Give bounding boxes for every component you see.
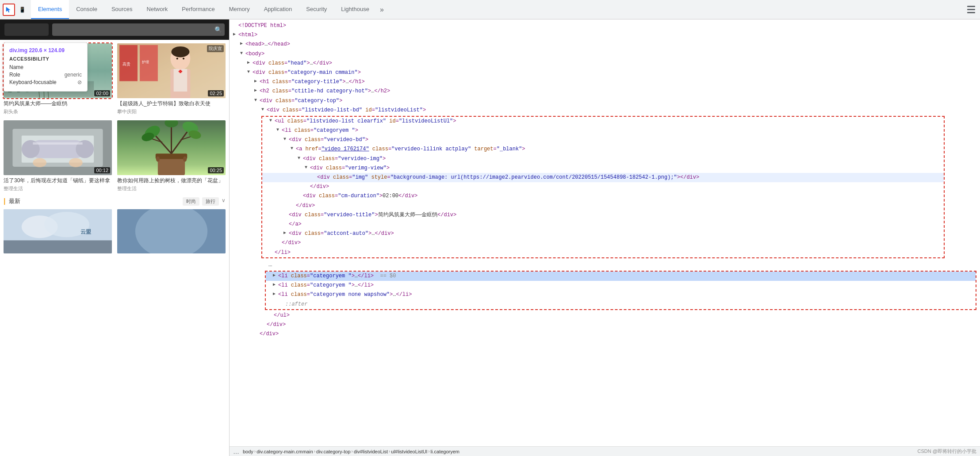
devtools-settings-button[interactable] [965, 4, 977, 16]
tri-verimg-view[interactable] [305, 164, 309, 171]
tri-listvideo-bd[interactable] [261, 106, 266, 113]
tab-memory[interactable]: Memory [222, 0, 257, 19]
html-line-li-wapshow[interactable]: <li class = "categoryem none wapshow" > … [266, 290, 976, 299]
elements-content: <!DOCTYPE html> <html> <head> … </head> … [230, 19, 980, 446]
html-line-html[interactable]: <html> [230, 31, 980, 40]
html-tag: <html> [238, 31, 257, 39]
html-line-close-li[interactable]: </li> [262, 248, 944, 257]
tri-category-top[interactable] [254, 97, 259, 104]
tri-category-main[interactable] [247, 69, 252, 76]
html-line-close-verimg[interactable]: </div> [262, 182, 944, 192]
svg-point-37 [69, 158, 83, 167]
html-line-vervideo-title[interactable]: <div class = "vervideo-title" > 简约风筑巢大师—… [262, 211, 944, 220]
video-thumbnail-2[interactable]: 高贵 护理 院庆宣 02:25 [117, 43, 226, 98]
tri-h1[interactable] [254, 78, 259, 85]
tab-network[interactable]: Network [140, 0, 175, 19]
svg-rect-2 [967, 12, 975, 13]
tab-application[interactable]: Application [257, 0, 299, 19]
html-line-li[interactable]: <li class = "categoryem " > [262, 126, 944, 135]
main-content: 🔍 div.img 220.6 × 124.09 ACCESSIBILITY N… [0, 19, 980, 456]
html-line-close-div-2[interactable]: </div> [230, 330, 980, 339]
tri-h2[interactable] [254, 87, 259, 94]
badge-travel[interactable]: 旅行 [202, 197, 219, 206]
head-close-tag: </head> [268, 40, 290, 49]
tri-div-head[interactable] [247, 59, 252, 66]
html-line-close-div-1[interactable]: </div> [230, 320, 980, 330]
badge-arrow[interactable]: ∨ [222, 197, 226, 206]
video-thumbnail-4[interactable]: 00:25 [117, 120, 226, 175]
crumb-div-listvideolist[interactable]: div#listvideoList [354, 449, 388, 454]
video-thumbnail-3[interactable]: 00:12 [4, 120, 112, 175]
video-card-4[interactable]: 00:25 教你如何用路上捡的树枝，做漂亮的「花盆」 整理生活 [117, 120, 226, 192]
svg-point-23 [183, 57, 184, 59]
html-line-vervideo-img[interactable]: <div class = "vervideo-img" > [262, 154, 944, 164]
video-thumbnail-5[interactable]: 云盟 [4, 209, 112, 253]
badge-fashion[interactable]: 时尚 [183, 197, 199, 206]
tab-performance[interactable]: Performance [175, 0, 222, 19]
html-line-h2[interactable]: <h2 class = "ctitle-hd category-hot" > …… [230, 87, 980, 96]
video-card-5[interactable]: 云盟 [4, 209, 112, 253]
html-line-head[interactable]: <head> … </head> [230, 40, 980, 49]
html-line-category-main[interactable]: <div class = "category-main cmmain" > [230, 68, 980, 77]
tri-html[interactable] [233, 31, 237, 38]
html-line-verimg-view[interactable]: <div class = "verimg-view" > [262, 164, 944, 173]
tri-a[interactable] [291, 145, 295, 152]
html-line-close-a[interactable]: </a> [262, 220, 944, 229]
crumb-div-top[interactable]: div.category-top [316, 449, 350, 454]
browser-url-bar[interactable]: 🔍 [52, 23, 225, 36]
tab-overflow-button[interactable]: » [376, 0, 387, 19]
a-href-value[interactable]: "video_1762174" [322, 145, 369, 153]
tri-doctype [233, 22, 237, 29]
html-line-li-2[interactable]: <li class = "categoryem " > … </li> [266, 281, 976, 290]
mobile-device-button[interactable]: 📱 [16, 4, 28, 16]
body-tag: <body> [245, 50, 264, 58]
html-line-h1[interactable]: <h1 class = "category-title" > … </h1> [230, 77, 980, 87]
tri-vervideo-bd[interactable] [283, 136, 288, 143]
tab-console[interactable]: Console [69, 0, 104, 19]
video-card-6[interactable] [117, 209, 226, 253]
video-thumbnail-6[interactable] [117, 209, 226, 253]
html-line-div-head[interactable]: <div class = "head" > … </div> [230, 59, 980, 68]
tab-lighthouse[interactable]: Lighthouse [334, 0, 376, 19]
html-line-listvideo-bd[interactable]: <div class = "listvideo-list-bd" id = "l… [230, 106, 980, 115]
tri-ul[interactable] [269, 117, 274, 124]
browser-panel: 🔍 div.img 220.6 × 124.09 ACCESSIBILITY N… [0, 19, 229, 456]
html-line-div-img[interactable]: <div class = "img" style = "background-i… [262, 173, 944, 182]
crumb-li[interactable]: li.categoryem [431, 449, 459, 454]
html-line-close-vervideo-bd[interactable]: </div> [262, 238, 944, 248]
tri-li-2[interactable] [273, 281, 277, 288]
section-icon: | [4, 197, 5, 205]
html-line-close-vervideo-img[interactable]: </div> [262, 201, 944, 211]
tri-body[interactable] [240, 50, 245, 57]
crumb-body[interactable]: body [243, 449, 253, 454]
browser-topbar: 🔍 [0, 19, 229, 40]
tri-li-wapshow[interactable] [273, 291, 277, 298]
tri-div-img [312, 173, 316, 180]
tri-li[interactable] [276, 126, 281, 134]
html-line-li-selected[interactable]: <li class = "categoryem " > … </li> == $… [266, 272, 976, 281]
html-line-category-top[interactable]: <div class = "category-top" > [230, 96, 980, 106]
video-card-3[interactable]: 00:12 活了30年，后悔现在才知道「锡纸」要这样拿 整理生活 [4, 120, 112, 192]
video-card-2[interactable]: 高贵 护理 院庆宣 02:25 【超级路人_护士节特辑】致敬白衣天使 攀中庆阳 [117, 43, 226, 115]
statusbar-dots[interactable]: … [233, 448, 239, 455]
crumb-div-category[interactable]: div.category-main.cmmain [256, 449, 313, 454]
tri-head[interactable] [240, 40, 245, 47]
tab-security[interactable]: Security [299, 0, 334, 19]
html-line-body[interactable]: <body> [230, 50, 980, 59]
tri-actcont[interactable] [283, 230, 288, 237]
html-line-vervideo-bd[interactable]: <div class = "vervideo-bd" > [262, 135, 944, 145]
tab-elements[interactable]: Elements [31, 0, 69, 19]
html-line-a[interactable]: <a href = "video_1762174" class = "vervi… [262, 145, 944, 154]
html-line-ul[interactable]: <ul class = "listvideo-list clearfix" id… [262, 117, 944, 126]
tri-vervideo-img[interactable] [298, 155, 302, 162]
html-line-actcont[interactable]: <div class = "actcont-auto" > … </div> [262, 229, 944, 238]
inspector-cursor-button[interactable] [3, 4, 15, 16]
html-line-doctype[interactable]: <!DOCTYPE html> [230, 21, 980, 31]
tab-sources[interactable]: Sources [104, 0, 140, 19]
html-line-cm-duration[interactable]: <div class = "cm-duration" > 02:00 </div… [262, 192, 944, 201]
crumb-ul[interactable]: ul#listvideoListUl [391, 449, 427, 454]
tri-li-selected[interactable] [273, 272, 277, 279]
csdn-watermark: CSDN @即将转行的小芋批 [918, 448, 976, 455]
html-line-close-ul[interactable]: </ul> [230, 311, 980, 320]
video-source-3: 整理生活 [4, 185, 112, 192]
